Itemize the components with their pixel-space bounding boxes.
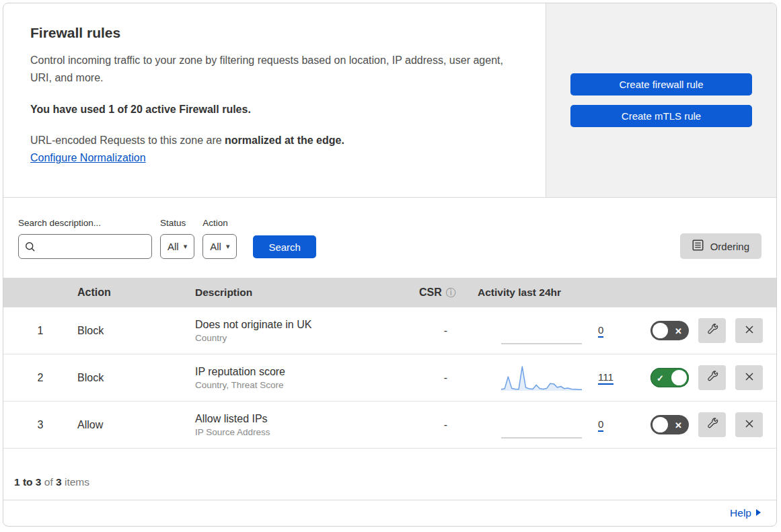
enable-toggle[interactable]: ✓✕ xyxy=(650,415,689,434)
chevron-down-icon: ▾ xyxy=(226,242,230,251)
rule-action: Allow xyxy=(77,419,195,431)
rule-action: Block xyxy=(77,372,195,384)
close-icon xyxy=(743,324,755,338)
delete-rule-button[interactable] xyxy=(735,412,763,437)
rule-description: Allow listed IPs xyxy=(195,413,414,425)
items-range: 1 to 3 xyxy=(14,476,41,488)
info-icon[interactable]: ⓘ xyxy=(446,287,456,299)
table-row: 2 Block IP reputation score Country, Thr… xyxy=(3,354,776,402)
search-icon xyxy=(25,241,36,252)
rule-criteria: IP Source Address xyxy=(195,427,414,437)
configure-normalization-link[interactable]: Configure Normalization xyxy=(30,152,146,164)
normalization-prefix: URL-encoded Requests to this zone are xyxy=(30,135,225,146)
activity-count-link[interactable]: 111 xyxy=(598,371,613,385)
close-icon xyxy=(743,371,755,385)
check-icon: ✓ xyxy=(657,373,664,382)
edit-rule-button[interactable] xyxy=(698,365,726,390)
pagination-summary: 1 to 3 of 3 items xyxy=(3,449,776,500)
help-label: Help xyxy=(730,507,751,519)
action-selected-value: All xyxy=(210,241,221,252)
status-selected-value: All xyxy=(168,241,179,252)
status-label: Status xyxy=(160,218,194,228)
items-total: 3 xyxy=(56,476,62,488)
rule-criteria: Country, Threat Score xyxy=(195,380,414,390)
delete-rule-button[interactable] xyxy=(735,365,763,390)
create-firewall-rule-button[interactable]: Create firewall rule xyxy=(570,73,752,96)
rule-description: Does not originate in UK xyxy=(195,319,414,331)
x-icon: ✕ xyxy=(675,326,682,335)
items-of: of xyxy=(44,476,53,488)
table-row: 3 Allow Allow listed IPs IP Source Addre… xyxy=(3,402,776,449)
page-description: Control incoming traffic to your zone by… xyxy=(30,52,508,86)
rule-criteria: Country xyxy=(195,333,414,343)
header-text-panel: Firewall rules Control incoming traffic … xyxy=(3,3,546,197)
activity-sparkline xyxy=(501,363,582,393)
column-action: Action xyxy=(77,287,195,299)
actions-panel: Create firewall rule Create mTLS rule xyxy=(546,3,776,197)
rule-priority: 2 xyxy=(3,372,77,384)
ordering-button-label: Ordering xyxy=(710,241,749,252)
arrow-right-icon xyxy=(755,507,761,519)
firewall-rules-card: Firewall rules Control incoming traffic … xyxy=(3,3,777,527)
delete-rule-button[interactable] xyxy=(735,318,763,343)
rule-csr: - xyxy=(414,419,478,431)
wrench-icon xyxy=(706,323,719,338)
filter-bar: Search description... Status All▾ Action… xyxy=(3,198,776,278)
search-group: Search description... xyxy=(18,218,152,259)
rule-priority: 3 xyxy=(3,419,77,431)
close-icon xyxy=(743,418,755,432)
rule-csr: - xyxy=(414,325,478,337)
csr-label: CSR xyxy=(419,287,442,299)
chevron-down-icon: ▾ xyxy=(184,242,188,251)
ordering-icon xyxy=(692,239,704,253)
toggle-knob xyxy=(653,417,668,432)
rule-description: IP reputation score xyxy=(195,366,414,378)
activity-count-link[interactable]: 0 xyxy=(598,324,603,338)
activity-sparkline xyxy=(501,316,582,346)
search-button[interactable]: Search xyxy=(253,235,316,258)
rule-csr: - xyxy=(414,372,478,384)
column-activity: Activity last 24hr xyxy=(478,287,632,299)
action-select[interactable]: All▾ xyxy=(202,234,237,259)
create-mtls-rule-button[interactable]: Create mTLS rule xyxy=(570,105,752,127)
wrench-icon xyxy=(706,417,719,432)
ordering-button[interactable]: Ordering xyxy=(680,233,761,259)
activity-sparkline xyxy=(501,410,582,440)
edit-rule-button[interactable] xyxy=(698,318,726,343)
search-label: Search description... xyxy=(18,218,152,228)
toggle-knob xyxy=(671,370,687,385)
action-filter-group: Action All▾ xyxy=(202,218,237,259)
table-header: Action Description CSRⓘ Activity last 24… xyxy=(3,278,776,307)
normalization-note: URL-encoded Requests to this zone are no… xyxy=(30,135,519,147)
status-filter-group: Status All▾ xyxy=(160,218,194,259)
wrench-icon xyxy=(706,370,719,385)
normalization-bold: normalized at the edge. xyxy=(225,135,344,146)
items-word: items xyxy=(65,476,89,488)
help-bar: Help xyxy=(3,500,776,526)
enable-toggle[interactable]: ✓✕ xyxy=(650,368,689,387)
help-link[interactable]: Help xyxy=(730,507,761,519)
rule-action: Block xyxy=(77,325,195,337)
page-title: Firewall rules xyxy=(30,25,519,41)
table-row: 1 Block Does not originate in UK Country… xyxy=(3,307,776,354)
column-description: Description xyxy=(195,287,414,299)
x-icon: ✕ xyxy=(675,420,682,429)
action-label: Action xyxy=(202,218,237,228)
enable-toggle[interactable]: ✓✕ xyxy=(650,321,689,340)
activity-count-link[interactable]: 0 xyxy=(598,418,603,432)
status-select[interactable]: All▾ xyxy=(160,234,194,259)
column-csr: CSRⓘ xyxy=(414,287,478,299)
toggle-knob xyxy=(653,323,668,338)
rule-priority: 1 xyxy=(3,325,77,337)
search-input[interactable] xyxy=(18,234,152,259)
usage-note: You have used 1 of 20 active Firewall ru… xyxy=(30,104,519,116)
edit-rule-button[interactable] xyxy=(698,412,726,437)
header-section: Firewall rules Control incoming traffic … xyxy=(3,3,776,198)
